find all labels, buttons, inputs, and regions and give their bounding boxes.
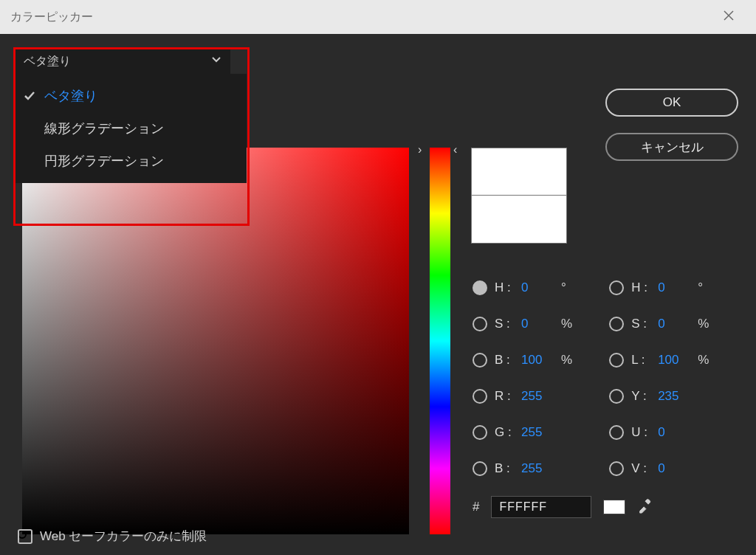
ok-button[interactable]: OK <box>605 89 738 117</box>
radio-hsl-h[interactable] <box>609 280 624 295</box>
close-button[interactable] <box>712 0 746 34</box>
menu-item-label: 線形グラデーション <box>44 120 164 137</box>
value-u[interactable]: 0 <box>658 425 687 440</box>
value-l[interactable]: 100 <box>658 353 687 368</box>
hsb-h-row[interactable]: H : 0 ° <box>472 278 572 298</box>
eyedropper-icon <box>637 503 653 516</box>
unit-b: % <box>561 353 572 368</box>
value-r[interactable]: 255 <box>521 389 551 404</box>
hsl-l-row[interactable]: L : 100 % <box>609 350 709 370</box>
unit-s: % <box>561 317 572 331</box>
label-s: S : <box>495 317 514 331</box>
hue-pointer-right-icon: ‹ <box>453 143 457 156</box>
radio-rgb-b2[interactable] <box>472 461 487 476</box>
fill-type-dropdown[interactable]: ベタ塗り <box>15 49 230 74</box>
value-b[interactable]: 100 <box>521 353 551 368</box>
value-g[interactable]: 255 <box>521 425 551 440</box>
hsb-b-row[interactable]: B : 100 % <box>472 350 572 370</box>
yuv-u-row[interactable]: U : 0 <box>609 422 709 443</box>
radio-hsb-h[interactable] <box>472 280 487 295</box>
rgb-g-row[interactable]: G : 255 <box>472 422 572 443</box>
cancel-button[interactable]: キャンセル <box>605 133 738 161</box>
unit-l: % <box>698 353 709 368</box>
radio-yuv-u[interactable] <box>609 425 624 440</box>
label-h2: H : <box>631 280 650 295</box>
unit-h: ° <box>561 280 566 295</box>
hex-row: # FFFFFF <box>472 496 653 518</box>
unit-h2: ° <box>698 280 703 295</box>
hsl-s-row[interactable]: S : 0 % <box>609 314 709 334</box>
hue-slider[interactable] <box>430 148 450 534</box>
yuv-y-row[interactable]: Y : 235 <box>609 386 709 407</box>
radio-rgb-r[interactable] <box>472 389 487 404</box>
value-s[interactable]: 0 <box>521 317 551 331</box>
menu-item-linear-gradient[interactable]: 線形グラデーション <box>15 112 247 145</box>
check-icon <box>22 90 37 102</box>
values-column-right: H : 0 ° S : 0 % L : 100 % Y : 235 <box>609 278 709 479</box>
eyedropper-button[interactable] <box>637 497 653 517</box>
radio-hsb-s[interactable] <box>472 317 487 331</box>
new-color-swatch <box>472 148 566 196</box>
value-y[interactable]: 235 <box>658 389 687 404</box>
window-title: カラーピッカー <box>10 10 712 25</box>
label-r: R : <box>495 389 514 404</box>
web-safe-checkbox[interactable] <box>18 529 32 544</box>
color-preview <box>471 148 567 244</box>
ok-button-label: OK <box>663 95 681 110</box>
value-h[interactable]: 0 <box>521 280 551 295</box>
rgb-r-row[interactable]: R : 255 <box>472 386 572 407</box>
close-icon <box>723 10 735 24</box>
hex-value: FFFFFF <box>499 500 547 514</box>
dropdown-selected-label: ベタ塗り <box>24 54 71 69</box>
hue-pointer-left-icon: › <box>418 143 422 156</box>
yuv-v-row[interactable]: V : 0 <box>609 458 709 479</box>
value-s2[interactable]: 0 <box>658 317 687 331</box>
menu-item-label: ベタ塗り <box>44 87 97 105</box>
rgb-b-row[interactable]: B : 255 <box>472 458 572 479</box>
value-v[interactable]: 0 <box>658 461 687 476</box>
titlebar: カラーピッカー <box>0 0 756 34</box>
color-field[interactable] <box>22 148 409 534</box>
menu-item-label: 円形グラデーション <box>44 152 164 170</box>
radio-hsl-l[interactable] <box>609 353 624 368</box>
label-g: G : <box>495 425 514 440</box>
dialog-body: ベタ塗り ベタ塗り 線形グラデーション 円形グラデーション › ‹ <box>0 34 756 555</box>
hsb-s-row[interactable]: S : 0 % <box>472 314 572 334</box>
web-safe-label: Web セーフカラーのみに制限 <box>40 528 207 545</box>
color-values: H : 0 ° S : 0 % B : 100 % R : 255 <box>472 278 709 479</box>
hex-input[interactable]: FFFFFF <box>491 496 591 518</box>
web-safe-row[interactable]: Web セーフカラーのみに制限 <box>18 528 207 545</box>
unit-s2: % <box>698 317 709 331</box>
label-b2: B : <box>495 461 514 476</box>
hex-hash-label: # <box>472 500 479 514</box>
menu-item-solid[interactable]: ベタ塗り <box>15 80 247 112</box>
label-s2: S : <box>631 317 650 331</box>
label-v: V : <box>631 461 650 476</box>
radio-yuv-v[interactable] <box>609 461 624 476</box>
value-b2[interactable]: 255 <box>521 461 551 476</box>
value-h2[interactable]: 0 <box>658 280 687 295</box>
radio-yuv-y[interactable] <box>609 389 624 404</box>
hsl-h-row[interactable]: H : 0 ° <box>609 278 709 298</box>
radio-hsl-s[interactable] <box>609 317 624 331</box>
label-u: U : <box>631 425 650 440</box>
label-y: Y : <box>631 389 650 404</box>
values-column-left: H : 0 ° S : 0 % B : 100 % R : 255 <box>472 278 572 479</box>
chevron-down-icon <box>211 55 221 68</box>
fill-type-menu: ベタ塗り 線形グラデーション 円形グラデーション <box>15 74 247 183</box>
menu-item-radial-gradient[interactable]: 円形グラデーション <box>15 145 247 177</box>
radio-rgb-g[interactable] <box>472 425 487 440</box>
hex-swatch <box>603 500 625 514</box>
radio-hsb-b[interactable] <box>472 353 487 368</box>
label-l: L : <box>631 353 650 368</box>
current-color-swatch <box>472 196 566 243</box>
label-b: B : <box>495 353 514 368</box>
label-h: H : <box>495 280 514 295</box>
cancel-button-label: キャンセル <box>641 139 704 156</box>
